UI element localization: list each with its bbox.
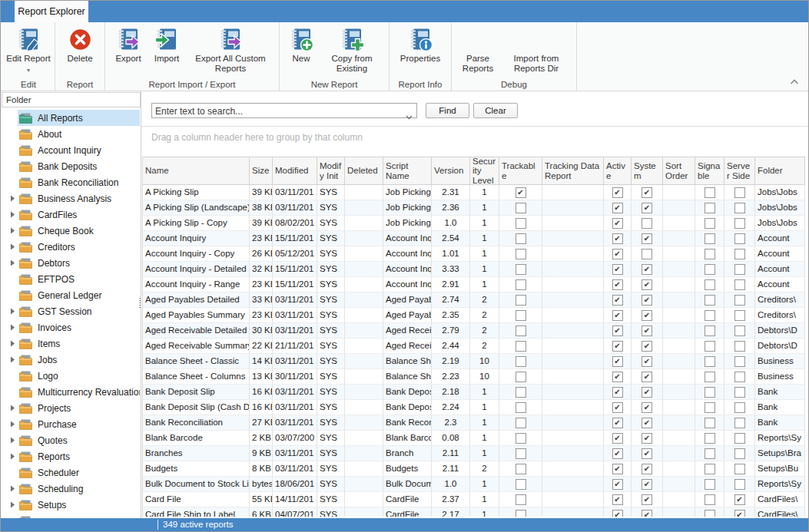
unchecked-checkbox[interactable]	[516, 356, 526, 367]
unchecked-checkbox[interactable]	[705, 464, 715, 474]
checked-checkbox[interactable]	[642, 402, 652, 413]
cell-server-side[interactable]	[724, 461, 755, 477]
column-header-folder[interactable]: Folder	[755, 157, 805, 184]
cell-signable[interactable]	[695, 323, 724, 339]
cell-server-side[interactable]	[724, 385, 755, 400]
cell-server-side[interactable]	[724, 185, 755, 200]
cell-trackable[interactable]	[499, 262, 542, 277]
cell-system[interactable]	[632, 369, 663, 385]
cell-trackable[interactable]	[499, 231, 542, 246]
cell-trackable[interactable]	[499, 385, 542, 400]
unchecked-checkbox[interactable]	[734, 264, 745, 275]
expand-arrow-icon[interactable]	[8, 485, 18, 492]
unchecked-checkbox[interactable]	[516, 433, 526, 444]
cell-signable[interactable]	[695, 507, 724, 517]
unchecked-checkbox[interactable]	[705, 448, 715, 459]
cell-active[interactable]	[604, 507, 632, 517]
unchecked-checkbox[interactable]	[516, 448, 526, 459]
cell-server-side[interactable]	[724, 354, 755, 369]
cell-trackable[interactable]	[499, 477, 542, 492]
checked-checkbox[interactable]	[612, 372, 623, 382]
checked-checkbox[interactable]	[734, 494, 745, 505]
cell-system[interactable]	[632, 185, 663, 200]
checked-checkbox[interactable]	[612, 187, 623, 198]
unchecked-checkbox[interactable]	[705, 295, 715, 306]
cell-active[interactable]	[604, 323, 632, 339]
unchecked-checkbox[interactable]	[705, 356, 715, 367]
unchecked-checkbox[interactable]	[705, 387, 715, 398]
cell-system[interactable]	[632, 446, 663, 461]
table-row[interactable]: Blank Barcode2 KB03/07/200SYSBlank Barco…	[143, 431, 805, 446]
checked-checkbox[interactable]	[642, 310, 652, 321]
unchecked-checkbox[interactable]	[734, 295, 745, 306]
table-row[interactable]: Bank Deposit Slip16 KB03/11/201SYSBank D…	[143, 385, 805, 400]
unchecked-checkbox[interactable]	[516, 264, 526, 275]
sidebar-item-scheduling[interactable]: Scheduling	[1, 481, 140, 497]
clear-button[interactable]: Clear	[473, 103, 518, 118]
unchecked-checkbox[interactable]	[516, 203, 526, 213]
checked-checkbox[interactable]	[612, 433, 623, 444]
cell-system[interactable]	[632, 262, 663, 277]
unchecked-checkbox[interactable]	[516, 295, 526, 306]
unchecked-checkbox[interactable]	[516, 310, 526, 321]
cell-signable[interactable]	[695, 246, 724, 262]
unchecked-checkbox[interactable]	[734, 341, 745, 352]
checked-checkbox[interactable]	[612, 510, 623, 517]
unchecked-checkbox[interactable]	[734, 387, 745, 398]
checked-checkbox[interactable]	[612, 218, 623, 229]
checked-checkbox[interactable]	[642, 187, 652, 198]
cell-server-side[interactable]	[724, 400, 755, 415]
cell-signable[interactable]	[695, 400, 724, 415]
cell-server-side[interactable]	[724, 292, 755, 308]
unchecked-checkbox[interactable]	[516, 372, 526, 382]
checked-checkbox[interactable]	[642, 448, 652, 459]
cell-trackable[interactable]	[499, 415, 542, 431]
sidebar-item-general-ledger[interactable]: General Ledger	[1, 287, 140, 303]
cell-trackable[interactable]	[499, 339, 542, 354]
unchecked-checkbox[interactable]	[516, 279, 526, 290]
cell-active[interactable]	[604, 308, 632, 323]
column-header-deleted[interactable]: Deleted	[345, 157, 383, 184]
unchecked-checkbox[interactable]	[734, 433, 745, 444]
checked-checkbox[interactable]	[612, 494, 623, 505]
cell-signable[interactable]	[695, 369, 724, 385]
checked-checkbox[interactable]	[612, 295, 623, 306]
sidebar-item-jobs[interactable]: Jobs	[1, 352, 140, 368]
checked-checkbox[interactable]	[642, 279, 652, 290]
unchecked-checkbox[interactable]	[516, 479, 526, 490]
sidebar-item-cheque-book[interactable]: Cheque Book	[1, 223, 140, 239]
unchecked-checkbox[interactable]	[705, 372, 715, 382]
unchecked-checkbox[interactable]	[734, 479, 745, 490]
unchecked-checkbox[interactable]	[516, 464, 526, 474]
unchecked-checkbox[interactable]	[705, 187, 715, 198]
column-header-name[interactable]: Name	[143, 157, 250, 184]
checked-checkbox[interactable]	[612, 418, 623, 428]
cell-system[interactable]	[632, 431, 663, 446]
cell-signable[interactable]	[695, 431, 724, 446]
cell-trackable[interactable]	[499, 185, 542, 200]
unchecked-checkbox[interactable]	[734, 418, 745, 428]
unchecked-checkbox[interactable]	[516, 218, 526, 229]
export-all-custom-reports-button[interactable]: Export All Custom Reports	[186, 22, 275, 74]
column-header-size[interactable]: Size	[250, 157, 273, 184]
cell-signable[interactable]	[695, 354, 724, 369]
unchecked-checkbox[interactable]	[705, 203, 715, 213]
cell-active[interactable]	[604, 277, 632, 292]
cell-system[interactable]	[632, 246, 663, 262]
combo-dropdown-icon[interactable]	[406, 109, 413, 123]
cell-active[interactable]	[604, 292, 632, 308]
checked-checkbox[interactable]	[612, 448, 623, 459]
column-header-modified[interactable]: Modified	[273, 157, 317, 184]
cell-signable[interactable]	[695, 231, 724, 246]
unchecked-checkbox[interactable]	[734, 233, 745, 244]
unchecked-checkbox[interactable]	[734, 325, 745, 336]
checked-checkbox[interactable]	[642, 494, 652, 505]
unchecked-checkbox[interactable]	[734, 279, 745, 290]
cell-system[interactable]	[632, 323, 663, 339]
sidebar-item-creditors[interactable]: Creditors	[1, 239, 140, 255]
unchecked-checkbox[interactable]	[734, 187, 745, 198]
cell-server-side[interactable]	[724, 431, 755, 446]
unchecked-checkbox[interactable]	[734, 402, 745, 413]
cell-system[interactable]	[632, 400, 663, 415]
cell-system[interactable]	[632, 461, 663, 477]
